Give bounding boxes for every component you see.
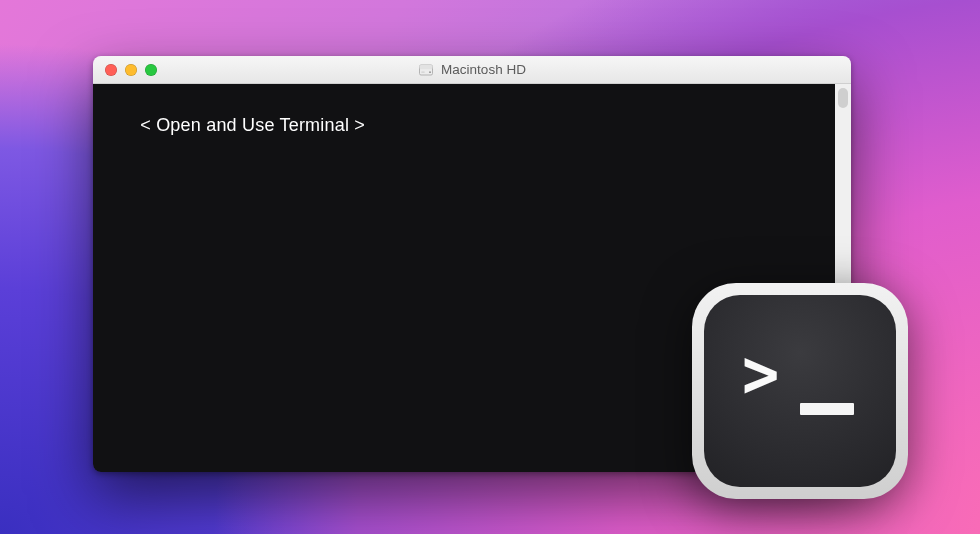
hard-drive-icon [418,62,434,78]
window-title: Macintosh HD [441,62,526,77]
window-title-group: Macintosh HD [93,62,851,78]
window-minimize-button[interactable] [125,64,137,76]
app-icon-squircle-inner: > [704,295,896,487]
svg-point-2 [429,71,431,73]
terminal-app-icon[interactable]: > [692,283,908,499]
window-zoom-button[interactable] [145,64,157,76]
svg-rect-3 [421,71,425,72]
svg-rect-0 [420,65,433,75]
svg-rect-1 [420,65,433,69]
window-titlebar[interactable]: Macintosh HD [93,56,851,84]
terminal-prompt-icon: > [704,295,896,487]
prompt-cursor-icon [800,403,854,415]
window-close-button[interactable] [105,64,117,76]
scrollbar-thumb[interactable] [838,88,848,108]
terminal-line: < Open and Use Terminal > [140,115,365,135]
prompt-caret-icon: > [742,341,779,408]
traffic-lights [93,64,157,76]
